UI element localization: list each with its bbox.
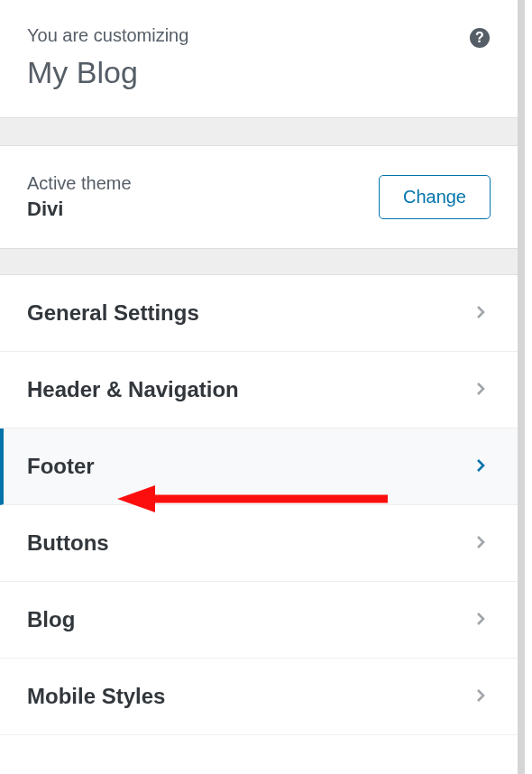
chevron-right-icon (472, 534, 491, 552)
change-theme-button[interactable]: Change (379, 175, 491, 219)
menu-item-general-settings[interactable]: General Settings (0, 275, 518, 352)
menu-item-label: Mobile Styles (27, 684, 165, 709)
menu-item-buttons[interactable]: Buttons (0, 505, 518, 582)
customizing-label: You are customizing (27, 25, 491, 46)
menu-item-footer[interactable]: Footer (0, 428, 518, 505)
svg-text:?: ? (475, 30, 484, 45)
theme-info: Active theme Divi (27, 173, 132, 221)
settings-menu: General Settings Header & Navigation Foo… (0, 275, 518, 735)
menu-item-label: Footer (27, 454, 95, 479)
menu-item-label: General Settings (27, 300, 199, 326)
active-theme-label: Active theme (27, 173, 132, 194)
menu-item-label: Blog (27, 607, 75, 632)
site-title: My Blog (27, 55, 491, 90)
panel-header: You are customizing My Blog ? (0, 0, 518, 117)
chevron-right-icon (472, 611, 491, 629)
menu-item-blog[interactable]: Blog (0, 582, 518, 659)
menu-item-mobile-styles[interactable]: Mobile Styles (0, 659, 518, 735)
theme-name: Divi (27, 198, 132, 221)
help-icon[interactable]: ? (469, 27, 491, 49)
section-divider (0, 248, 518, 275)
chevron-right-icon (472, 381, 491, 399)
section-divider (0, 117, 518, 146)
menu-item-label: Header & Navigation (27, 377, 239, 402)
customizer-panel: You are customizing My Blog ? Active the… (0, 0, 525, 774)
chevron-right-icon (472, 457, 491, 475)
chevron-right-icon (472, 687, 491, 705)
menu-item-label: Buttons (27, 530, 109, 556)
chevron-right-icon (472, 304, 491, 322)
theme-section: Active theme Divi Change (0, 146, 518, 248)
menu-item-header-navigation[interactable]: Header & Navigation (0, 352, 518, 428)
